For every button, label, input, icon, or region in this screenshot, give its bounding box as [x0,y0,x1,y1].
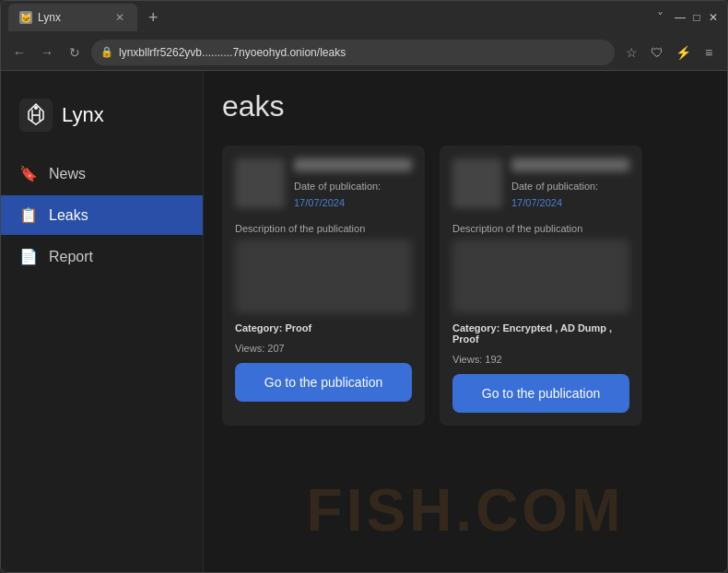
title-bar: 🐱 Lynx ✕ + ˅ — □ ✕ [1,1,727,34]
card-2-header: Date of publication: 17/07/2024 [452,158,629,210]
card-2-info: Date of publication: 17/07/2024 [511,158,629,210]
card-1-category: Category: Proof [235,322,412,333]
shield-icon[interactable]: 🛡 [646,41,668,64]
card-2-desc-content [452,240,629,313]
card-1-date: 17/07/2024 [294,197,345,208]
window-controls: — □ ✕ [674,11,720,24]
leak-card-1: Date of publication: 17/07/2024 Descript… [222,146,425,426]
tab-close-button[interactable]: ✕ [113,11,126,24]
dropdown-icon[interactable]: ˅ [653,11,666,24]
report-icon: 📄 [19,248,38,265]
card-2-thumbnail [452,158,502,208]
logo-text: Lynx [62,103,104,127]
views-label-2: Views: [452,354,482,365]
leaks-icon: 📋 [19,206,38,224]
card-2-company [511,158,629,171]
lynx-logo-icon [19,99,53,132]
card-1-views: Views: 207 [235,343,412,354]
news-label: News [49,166,86,182]
views-label-1: Views: [235,343,264,354]
date-label-2: Date of publication: [511,181,598,192]
svg-point-1 [34,106,38,110]
card-2-date-label: Date of publication: 17/07/2024 [511,177,629,210]
minimize-button[interactable]: — [674,11,687,24]
cards-grid: Date of publication: 17/07/2024 Descript… [222,146,709,426]
report-label: Report [49,249,93,265]
refresh-button[interactable]: ↻ [64,41,86,64]
sidebar-item-news[interactable]: 🔖 News [1,154,203,193]
card-1-desc-section: Description of the publication [235,219,412,313]
page-title: eaks [222,89,709,123]
sidebar: Lynx 🔖 News 📋 Leaks 📄 Report [1,71,204,572]
card-1-company [294,158,412,171]
close-button[interactable]: ✕ [707,11,720,24]
page-content: eaks Date of publication: 17/07/2024 [204,71,727,572]
leaks-label: Leaks [49,207,88,224]
views-value-2: 192 [485,354,501,365]
address-text: lynxbllrfr5262yvb..........7nyoeohyd.oni… [119,46,605,59]
toolbar: ← → ↻ 🔒 lynxbllrfr5262yvb..........7nyoe… [1,34,727,71]
goto-publication-button-1[interactable]: Go to the publication [235,363,412,402]
card-2-views: Views: 192 [452,354,629,365]
browser-content: Lynx 🔖 News 📋 Leaks 📄 Report eaks [1,71,727,572]
menu-icon[interactable]: ≡ [698,41,720,64]
card-1-header: Date of publication: 17/07/2024 [235,158,412,210]
views-value-1: 207 [267,343,284,354]
category-label-2: Category: [452,322,499,333]
category-value-1: Proof [285,322,311,333]
card-1-thumbnail [235,158,285,208]
tab-bar: 🐱 Lynx ✕ + ˅ [8,4,670,31]
tab-favicon: 🐱 [19,11,32,24]
tab-title: Lynx [38,11,108,24]
nav-items: 🔖 News 📋 Leaks 📄 Report [1,154,203,276]
lock-icon: 🔒 [100,46,113,58]
goto-publication-button-2[interactable]: Go to the publication [452,374,629,413]
leak-card-2: Date of publication: 17/07/2024 Descript… [440,146,642,426]
sidebar-item-leaks[interactable]: 📋 Leaks [1,195,203,235]
address-bar[interactable]: 🔒 lynxbllrfr5262yvb..........7nyoeohyd.o… [91,40,615,65]
card-2-desc-label: Description of the publication [452,223,582,234]
logo-area: Lynx [1,89,203,154]
date-label-1: Date of publication: [294,181,381,192]
card-1-desc-content [235,240,412,313]
sidebar-item-report[interactable]: 📄 Report [1,237,203,276]
back-button[interactable]: ← [8,41,30,64]
category-label-1: Category: [235,322,282,333]
card-1-info: Date of publication: 17/07/2024 [294,158,412,210]
forward-button[interactable]: → [36,41,58,64]
card-1-date-label: Date of publication: 17/07/2024 [294,177,412,210]
browser-tab[interactable]: 🐱 Lynx ✕ [8,4,137,31]
card-2-date: 17/07/2024 [511,197,562,208]
toolbar-icons: ☆ 🛡 ⚡ ≡ [620,41,720,64]
maximize-button[interactable]: □ [690,11,703,24]
card-2-desc-section: Description of the publication [452,219,629,313]
extension-icon[interactable]: ⚡ [672,41,694,64]
bookmark-icon[interactable]: ☆ [620,41,642,64]
card-1-desc-label: Description of the publication [235,223,365,234]
news-icon: 🔖 [19,165,38,182]
watermark: FISH.COM [307,476,625,544]
browser-window: 🐱 Lynx ✕ + ˅ — □ ✕ ← → ↻ 🔒 lynxbllrfr526… [0,0,728,573]
card-2-category: Category: Encrypted , AD Dump , Proof [452,322,629,345]
new-tab-button[interactable]: + [141,8,166,28]
